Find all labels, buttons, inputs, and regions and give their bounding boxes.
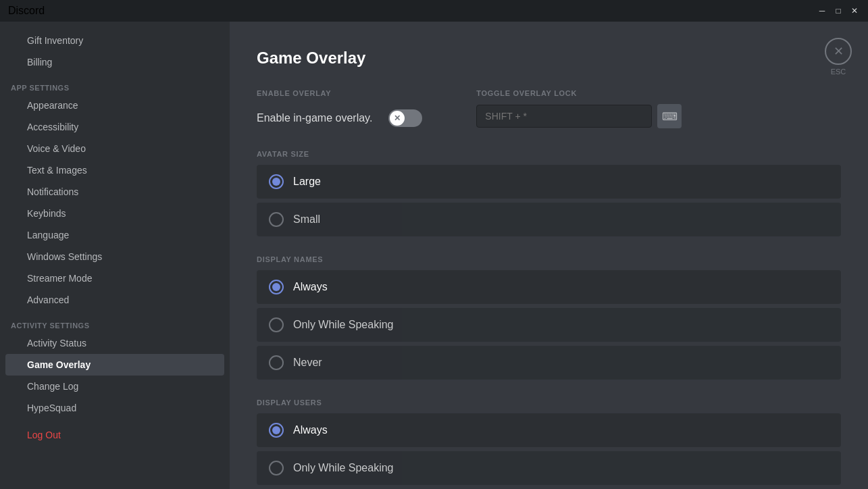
display-names-always[interactable]: Always [257,270,841,304]
avatar-size-small[interactable]: Small [257,203,841,236]
keyboard-icon-button[interactable]: ⌨ [657,104,682,128]
sidebar-item-advanced[interactable]: Advanced [5,289,224,311]
toggle-overlay-lock-label: TOGGLE OVERLAY LOCK [476,89,682,97]
radio-names-always-inner [272,283,280,291]
titlebar-controls: ─ □ ✕ [817,5,860,16]
display-names-never-label: Never [293,357,322,369]
avatar-size-label: AVATAR SIZE [257,150,841,158]
sidebar-item-activity-status[interactable]: Activity Status [5,332,224,354]
main-layout: Gift Inventory Billing APP SETTINGS Appe… [0,22,868,489]
display-names-label: DISPLAY NAMES [257,255,841,263]
titlebar-title: Discord [8,5,45,17]
avatar-size-large[interactable]: Large [257,165,841,199]
display-users-speaking-label: Only While Speaking [293,462,394,474]
display-names-always-label: Always [293,281,328,293]
minimize-button[interactable]: ─ [817,5,827,16]
avatar-size-group: AVATAR SIZE Large Small [257,150,841,236]
sidebar-item-gift-inventory[interactable]: Gift Inventory [5,30,224,51]
display-names-never[interactable]: Never [257,346,841,380]
enable-overlay-toggle[interactable]: ✕ [388,109,422,127]
sidebar-item-language[interactable]: Language [5,224,224,246]
sidebar-item-text-images[interactable]: Text & Images [5,159,224,181]
display-users-always[interactable]: Always [257,413,841,447]
sidebar-item-notifications[interactable]: Notifications [5,181,224,203]
sidebar-item-keybinds[interactable]: Keybinds [5,203,224,224]
esc-label: ESC [831,68,846,76]
enable-overlay-description: Enable in-game overlay. [257,112,372,124]
content-area: ✕ ESC Game Overlay ENABLE OVERLAY Enable… [230,22,868,489]
sidebar-item-change-log[interactable]: Change Log [5,376,224,397]
sidebar-item-game-overlay[interactable]: Game Overlay [5,354,224,376]
sidebar-item-billing[interactable]: Billing [5,51,224,73]
enable-overlay-row: ENABLE OVERLAY Enable in-game overlay. ✕… [257,89,841,128]
toggle-x-icon: ✕ [394,113,401,123]
enable-overlay-left: ENABLE OVERLAY Enable in-game overlay. ✕ [257,89,422,127]
activity-settings-label: ACTIVITY SETTINGS [0,311,230,332]
radio-names-speaking-outer [269,317,284,332]
radio-users-always-inner [272,426,280,434]
display-names-only-while-speaking[interactable]: Only While Speaking [257,308,841,342]
sidebar-item-appearance[interactable]: Appearance [5,95,224,116]
close-button[interactable]: ✕ [849,5,860,16]
radio-large-outer [269,174,284,189]
radio-users-speaking-outer [269,461,284,475]
radio-names-always-outer [269,280,284,294]
titlebar: Discord ─ □ ✕ [0,0,868,22]
close-button-area[interactable]: ✕ ESC [825,38,852,76]
avatar-size-small-label: Small [293,213,320,226]
radio-small-outer [269,212,284,227]
display-users-group: DISPLAY USERS Always Only While Speaking [257,398,841,485]
sidebar: Gift Inventory Billing APP SETTINGS Appe… [0,22,230,489]
sidebar-item-streamer-mode[interactable]: Streamer Mode [5,267,224,289]
keybind-input[interactable] [476,105,652,128]
toggle-overlay-lock-section: TOGGLE OVERLAY LOCK ⌨ [476,89,682,128]
enable-overlay-label: ENABLE OVERLAY [257,89,422,97]
sidebar-item-accessibility[interactable]: Accessibility [5,116,224,138]
keybind-row: ⌨ [476,104,682,128]
sidebar-item-hypesquad[interactable]: HypeSquad [5,397,224,419]
display-users-only-while-speaking[interactable]: Only While Speaking [257,451,841,485]
sidebar-item-voice-video[interactable]: Voice & Video [5,138,224,159]
close-circle: ✕ [825,38,852,65]
radio-users-always-outer [269,423,284,438]
radio-names-never-outer [269,355,284,370]
sidebar-item-logout[interactable]: Log Out [5,424,224,446]
app-settings-label: APP SETTINGS [0,73,230,95]
sidebar-item-windows-settings[interactable]: Windows Settings [5,246,224,267]
avatar-size-large-label: Large [293,176,321,188]
display-users-always-label: Always [293,424,328,436]
toggle-knob: ✕ [390,111,405,126]
restore-button[interactable]: □ [833,5,844,16]
page-title: Game Overlay [257,49,841,68]
display-users-label: DISPLAY USERS [257,398,841,407]
display-names-speaking-label: Only While Speaking [293,319,394,331]
radio-large-inner [272,178,280,186]
display-names-group: DISPLAY NAMES Always Only While Speaking… [257,255,841,380]
